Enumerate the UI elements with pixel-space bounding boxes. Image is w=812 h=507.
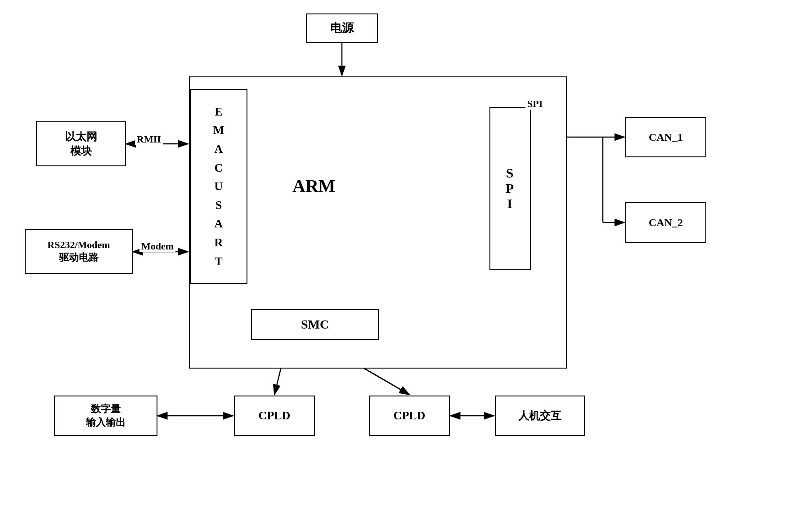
rs232-box: RS232/Modem驱动电路 — [25, 229, 133, 274]
emac-label: EMACUSART — [213, 102, 224, 271]
emac-box: EMACUSART — [190, 89, 247, 284]
ethernet-label: 以太网模块 — [65, 129, 97, 158]
spi-top-label: SPI — [525, 98, 544, 110]
spi-subbox: SPI — [489, 107, 531, 270]
power-box: 电源 — [306, 13, 378, 43]
power-label: 电源 — [330, 20, 354, 36]
arm-label: ARM — [292, 175, 336, 196]
hmi-box: 人机交互 — [495, 396, 585, 436]
rs232-label: RS232/Modem驱动电路 — [47, 239, 110, 264]
can1-box: CAN_1 — [625, 117, 706, 157]
rmii-label: RMII — [135, 133, 163, 145]
ethernet-box: 以太网模块 — [36, 121, 126, 166]
digital-label: 数字量输入输出 — [86, 402, 126, 429]
smc-box: SMC — [251, 309, 379, 340]
modem-label: Modem — [139, 240, 175, 252]
digital-box: 数字量输入输出 — [54, 396, 157, 436]
spi-subbox-label: SPI — [506, 165, 515, 211]
cpld-left-box: CPLD — [234, 396, 315, 436]
can2-box: CAN_2 — [625, 202, 706, 243]
diagram-container: 电源 ARM EMACUSART SPI SMC 以太网模块 RS232/Mod… — [0, 0, 812, 507]
cpld-right-box: CPLD — [369, 396, 450, 436]
